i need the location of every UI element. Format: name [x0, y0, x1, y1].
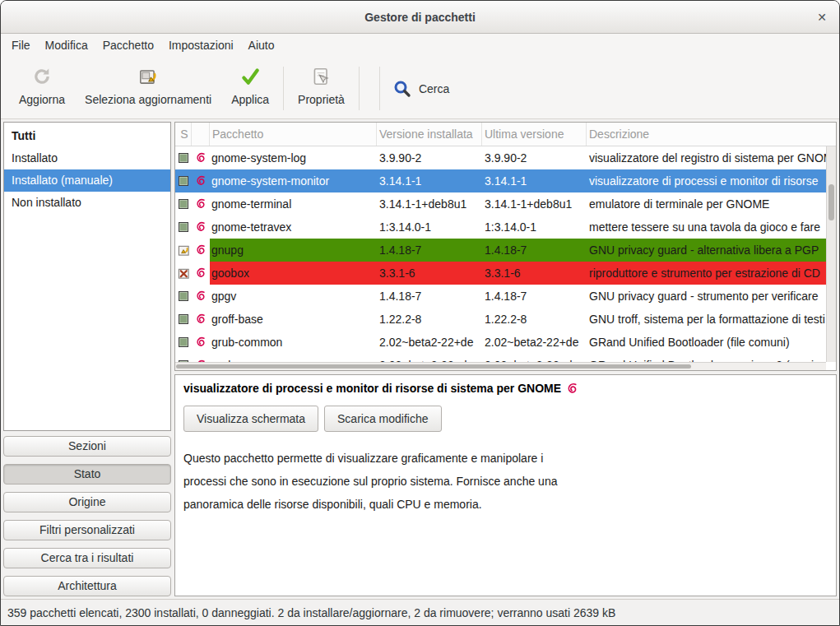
view-button-cerca-tra-i-risultati[interactable]: Cerca tra i risultati	[3, 548, 171, 568]
package-name: gnome-system-monitor	[210, 169, 377, 192]
installed-version: 3.3.1-6	[377, 262, 482, 285]
column-header-package[interactable]: Pacchetto	[210, 123, 377, 146]
package-status-cell[interactable]	[175, 331, 192, 354]
column-header-origin[interactable]	[192, 123, 210, 146]
view-button-architettura[interactable]: Architettura	[3, 576, 171, 596]
menu-item[interactable]: Impostazioni	[161, 35, 241, 56]
installed-version: 3.9.90-2	[377, 146, 482, 169]
table-row[interactable]: gnome-system-log 3.9.90-2 3.9.90-2 visua…	[175, 146, 826, 169]
package-short-description: GRand Unified Bootloader, versione 2 (ve…	[587, 354, 826, 362]
filter-item-installato-manuale-[interactable]: Installato (manuale)	[4, 169, 170, 192]
latest-version: 1:3.14.0-1	[482, 216, 587, 239]
package-name: gnome-terminal	[210, 192, 377, 216]
menu-item[interactable]: Modifica	[38, 35, 95, 56]
view-button-sezioni[interactable]: Sezioni	[3, 436, 171, 457]
close-icon[interactable]: ✕	[814, 10, 829, 25]
latest-version: 1.4.18-7	[482, 239, 587, 262]
latest-version: 1.4.18-7	[482, 285, 587, 308]
latest-version: 3.3.1-6	[482, 262, 587, 285]
column-header-installed-version[interactable]: Versione installata	[377, 123, 482, 146]
debian-swirl-icon	[192, 262, 210, 285]
installed-status-icon	[179, 314, 188, 324]
debian-swirl-icon	[192, 169, 210, 192]
table-row[interactable]: grub-common 2.02~beta2-22+de 2.02~beta2-…	[175, 331, 826, 354]
table-row[interactable]: gpgv 1.4.18-7 1.4.18-7 GNU privacy guard…	[175, 285, 826, 308]
filter-item-non-installato[interactable]: Non installato	[4, 192, 170, 214]
package-status-cell[interactable]	[175, 285, 192, 308]
package-details-pane: visualizzatore di processi e monitor di …	[174, 374, 837, 596]
package-short-description: visualizzatore del registro di sistema p…	[587, 146, 826, 169]
debian-swirl-icon	[192, 146, 210, 169]
package-name: groff-base	[210, 308, 377, 331]
menu-item[interactable]: Pacchetto	[95, 35, 161, 56]
column-header-latest-version[interactable]: Ultima versione	[482, 123, 587, 146]
left-pane: Tutti Installato Installato (manuale) No…	[3, 122, 171, 596]
mark-upgrades-button[interactable]: Seleziona aggiornamenti	[75, 62, 221, 115]
debian-swirl-icon	[192, 216, 210, 239]
debian-swirl-icon	[566, 383, 578, 395]
package-name: goobox	[210, 262, 377, 285]
table-row[interactable]: gnupg 1.4.18-7 1.4.18-7 GNU privacy guar…	[175, 239, 826, 262]
package-status-cell[interactable]	[175, 262, 192, 285]
table-row[interactable]: gnome-system-monitor 3.14.1-1 3.14.1-1 v…	[175, 169, 826, 192]
column-header-status[interactable]: S	[175, 123, 192, 146]
statusbar: 359 pacchetti elencati, 2300 installati,…	[1, 599, 839, 625]
column-header-description[interactable]: Descrizione	[587, 123, 836, 146]
installed-version: 1:3.14.0-1	[377, 216, 482, 239]
table-row[interactable]: goobox 3.3.1-6 3.3.1-6 riproduttore e st…	[175, 262, 826, 285]
package-status-cell[interactable]	[175, 308, 192, 331]
properties-icon	[310, 65, 332, 88]
table-horizontal-scrollbar[interactable]	[175, 362, 826, 370]
details-buttons-row: Visualizza schermata Scarica modifiche	[183, 406, 828, 432]
package-details-title-row: visualizzatore di processi e monitor di …	[183, 382, 828, 395]
latest-version: 3.14.1-1	[482, 169, 587, 192]
tool-label: Cerca	[419, 82, 449, 95]
package-short-description: riproduttore e strumento per estrazione …	[587, 262, 826, 285]
properties-button[interactable]: Proprietà	[288, 62, 355, 115]
filter-item-tutti[interactable]: Tutti	[4, 125, 170, 147]
view-button-stato[interactable]: Stato	[3, 464, 171, 485]
installed-status-icon	[179, 222, 188, 232]
installed-version: 2.02~beta2-22+de	[377, 331, 482, 354]
window-title: Gestore di pacchetti	[364, 11, 476, 24]
view-button-origine[interactable]: Origine	[3, 492, 171, 512]
apply-button[interactable]: Applica	[221, 62, 279, 115]
tool-label: Aggiorna	[19, 93, 65, 106]
view-button-filtri-personalizzati[interactable]: Filtri personalizzati	[3, 520, 171, 540]
menubar: File Modifica Pacchetto Impostazioni Aiu…	[1, 34, 839, 57]
right-pane: S Pacchetto Versione installata Ultima v…	[174, 122, 837, 596]
reload-button[interactable]: Aggiorna	[9, 62, 75, 115]
table-row[interactable]: gnome-terminal 3.14.1-1+deb8u1 3.14.1-1+…	[175, 192, 826, 216]
installed-version: 1.4.18-7	[377, 285, 482, 308]
table-row[interactable]: grub-pc 2.02~beta2-22+de 2.02~beta2-22+d…	[175, 354, 826, 362]
package-status-cell[interactable]	[175, 192, 192, 216]
table-row[interactable]: gnome-tetravex 1:3.14.0-1 1:3.14.0-1 met…	[175, 216, 826, 239]
search-icon	[392, 77, 412, 100]
package-short-description: visualizzatore di processi e monitor di …	[587, 169, 826, 192]
remove-status-icon	[178, 267, 190, 280]
menu-item[interactable]: Aiuto	[241, 35, 282, 56]
titlebar: Gestore di pacchetti ✕	[1, 1, 839, 34]
installed-version: 1.4.18-7	[377, 239, 482, 262]
menu-item[interactable]: File	[4, 35, 38, 56]
download-changelog-button[interactable]: Scarica modifiche	[324, 406, 442, 432]
view-screenshot-button[interactable]: Visualizza schermata	[183, 406, 318, 432]
package-status-cell[interactable]	[175, 216, 192, 239]
debian-swirl-icon	[192, 192, 210, 216]
latest-version: 3.14.1-1+deb8u1	[482, 192, 587, 216]
latest-version: 2.02~beta2-22+de	[482, 331, 587, 354]
search-button[interactable]: Cerca	[384, 62, 457, 115]
horizontal-scrollbar-thumb[interactable]	[176, 364, 691, 369]
description-line: panoramica delle risorse disponibili, qu…	[183, 493, 828, 516]
vertical-scrollbar-thumb[interactable]	[828, 184, 834, 220]
table-vertical-scrollbar[interactable]	[826, 146, 836, 362]
package-short-description: mettere tessere su una tavola da gioco e…	[587, 216, 826, 239]
toolbar: Aggiorna Seleziona aggiornamenti Applica	[1, 57, 839, 119]
package-status-cell[interactable]	[175, 169, 192, 192]
package-manager-window: Gestore di pacchetti ✕ File Modifica Pac…	[0, 0, 840, 626]
package-status-cell[interactable]	[175, 354, 192, 362]
package-status-cell[interactable]	[175, 239, 192, 262]
package-status-cell[interactable]	[175, 146, 192, 169]
filter-item-installato[interactable]: Installato	[4, 147, 170, 169]
table-row[interactable]: groff-base 1.22.2-8 1.22.2-8 GNU troff, …	[175, 308, 826, 331]
